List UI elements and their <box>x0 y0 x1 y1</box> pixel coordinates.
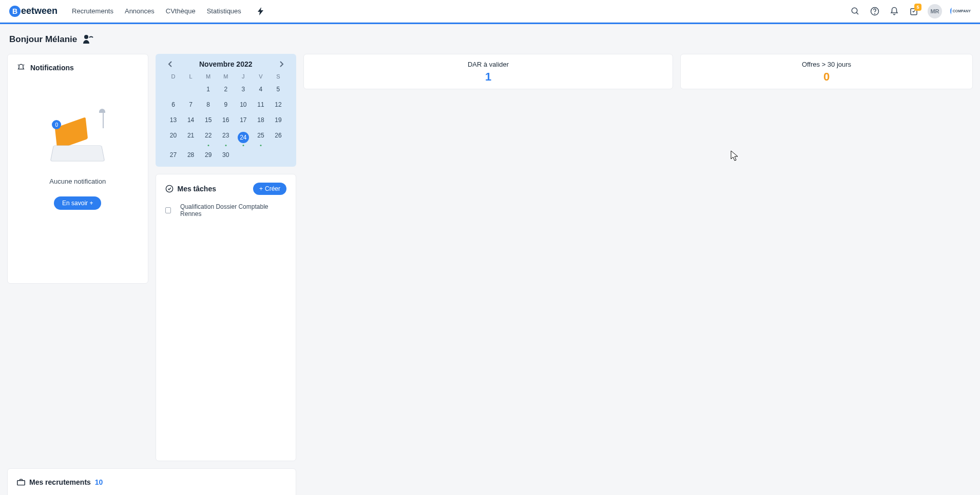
svg-rect-7 <box>17 481 25 485</box>
calendar-card: Novembre 2022 DLMMJVS1234567891011121314… <box>156 54 297 167</box>
logo-badge: B <box>9 6 21 17</box>
calendar-day[interactable]: 29 <box>200 149 217 161</box>
stat-dar-card[interactable]: DAR à valider 1 <box>303 54 673 89</box>
tasks-title-wrap: Mes tâches <box>165 185 216 193</box>
calendar-day[interactable]: 6 <box>165 99 182 110</box>
stat-offres-card[interactable]: Offres > 30 jours 0 <box>680 54 973 89</box>
calendar-day <box>270 149 287 161</box>
calendar-day[interactable]: 13 <box>165 114 182 126</box>
calendar-day[interactable]: 27 <box>165 149 182 161</box>
calendar-day-header: J <box>235 73 252 80</box>
calendar-day[interactable]: 1 <box>200 84 217 95</box>
calendar-day-header: S <box>270 73 287 80</box>
header-actions: 5 MR COMPANY <box>850 4 971 18</box>
svg-point-0 <box>852 8 857 13</box>
calendar-day[interactable]: 14 <box>182 114 200 126</box>
learn-more-button[interactable]: En savoir + <box>54 196 101 210</box>
svg-point-3 <box>875 13 875 14</box>
calendar-day[interactable]: 11 <box>252 99 270 110</box>
calendar-day[interactable]: 7 <box>182 99 200 110</box>
stat-offres-value: 0 <box>685 70 968 84</box>
calendar-day-header: D <box>165 73 182 80</box>
calendar-day-header: M <box>217 73 235 80</box>
calendar-day[interactable]: 12 <box>270 99 287 110</box>
tasks-title: Mes tâches <box>178 185 216 193</box>
company-swoosh-icon <box>950 8 952 15</box>
notifications-illustration: 0 <box>47 122 108 168</box>
calendar-next-button[interactable] <box>276 59 287 69</box>
inbox-icon[interactable]: 5 <box>908 6 919 17</box>
svg-line-1 <box>856 12 858 14</box>
logo-text: eetween <box>21 6 57 16</box>
nav-annonces[interactable]: Annonces <box>125 7 155 15</box>
task-label: Qualification Dossier Comptable Rennes <box>180 203 286 217</box>
calendar-day-header: L <box>182 73 200 80</box>
nav-recrutements[interactable]: Recrutements <box>72 7 113 15</box>
company-name: COMPANY <box>953 9 971 13</box>
calendar-day <box>252 149 270 161</box>
calendar-day <box>165 84 182 95</box>
main-nav: Recrutements Annonces CVthèque Statistiq… <box>72 7 264 15</box>
svg-point-5 <box>84 35 88 39</box>
calendar-day[interactable]: 25 <box>252 130 270 145</box>
task-row[interactable]: Qualification Dossier Comptable Rennes <box>165 203 287 217</box>
greeting-text: Bonjour Mélanie <box>9 34 77 45</box>
calendar-day[interactable]: 26 <box>270 130 287 145</box>
stat-offres-label: Offres > 30 jours <box>685 61 968 68</box>
plus-icon: + <box>259 185 263 192</box>
calendar-day-header: V <box>252 73 270 80</box>
notifications-title: Notifications <box>30 64 74 72</box>
search-icon[interactable] <box>850 6 861 17</box>
notifications-header: Notifications <box>17 64 74 72</box>
recruitments-card: Mes recrutements 10 24/11ParisOuvert24/1… <box>7 468 296 495</box>
calendar-day[interactable]: 20 <box>165 130 182 145</box>
stat-dar-label: DAR à valider <box>308 61 668 68</box>
calendar-day[interactable]: 17 <box>235 114 252 126</box>
calendar-day-header: M <box>200 73 217 80</box>
tasks-list: Qualification Dossier Comptable Rennes <box>165 203 287 217</box>
check-circle-icon <box>165 185 174 193</box>
briefcase-icon <box>17 479 25 486</box>
bell-ring-icon <box>17 64 25 72</box>
calendar-grid: DLMMJVS123456789101112131415161718192021… <box>165 73 287 161</box>
recruitments-title: Mes recrutements <box>29 478 91 486</box>
calendar-day[interactable]: 28 <box>182 149 200 161</box>
bolt-icon[interactable] <box>258 7 264 15</box>
notifications-card: Notifications 0 Aucune notification En s… <box>7 54 148 284</box>
calendar-day[interactable]: 2 <box>217 84 235 95</box>
app-header: Beetween Recrutements Annonces CVthèque … <box>0 0 980 23</box>
bell-icon[interactable] <box>889 6 900 17</box>
create-task-button[interactable]: + Créer <box>253 183 286 195</box>
help-icon[interactable] <box>869 6 880 17</box>
avatar[interactable]: MR <box>928 4 942 18</box>
svg-point-6 <box>166 185 172 192</box>
calendar-prev-button[interactable] <box>165 59 176 69</box>
logo[interactable]: Beetween <box>9 6 57 17</box>
greeting: Bonjour Mélanie <box>9 34 973 45</box>
nav-cvtheque[interactable]: CVthèque <box>166 7 196 15</box>
calendar-day[interactable]: 22 <box>200 130 217 145</box>
calendar-day[interactable]: 4 <box>252 84 270 95</box>
task-checkbox[interactable] <box>165 207 171 213</box>
calendar-day[interactable]: 24 <box>235 130 252 145</box>
calendar-day[interactable]: 18 <box>252 114 270 126</box>
notifications-empty-text: Aucune notification <box>49 177 106 185</box>
calendar-day[interactable]: 30 <box>217 149 235 161</box>
calendar-month-label: Novembre 2022 <box>199 60 253 68</box>
calendar-day[interactable]: 9 <box>217 99 235 110</box>
calendar-day[interactable]: 10 <box>235 99 252 110</box>
calendar-day[interactable]: 19 <box>270 114 287 126</box>
calendar-day[interactable]: 8 <box>200 99 217 110</box>
calendar-day[interactable]: 21 <box>182 130 200 145</box>
calendar-day[interactable]: 16 <box>217 114 235 126</box>
company-logo[interactable]: COMPANY <box>950 7 971 16</box>
calendar-day[interactable]: 5 <box>270 84 287 95</box>
inbox-badge: 5 <box>914 4 921 11</box>
calendar-day[interactable]: 23 <box>217 130 235 145</box>
calendar-day[interactable]: 15 <box>200 114 217 126</box>
recruitments-count: 10 <box>95 478 103 486</box>
wave-icon <box>82 34 93 45</box>
calendar-day[interactable]: 3 <box>235 84 252 95</box>
nav-statistiques[interactable]: Statistiques <box>207 7 241 15</box>
tasks-card: Mes tâches + Créer Qualification Dossier… <box>156 174 297 461</box>
